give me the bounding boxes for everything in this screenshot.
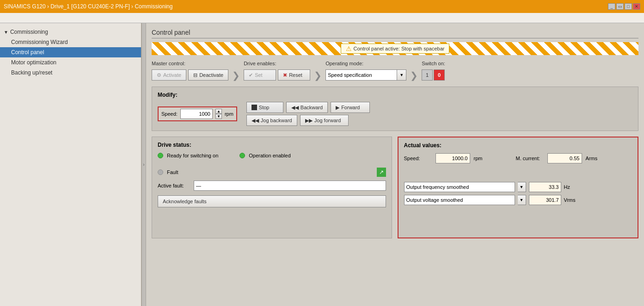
- master-control-section: Master control: ⚙ Activate ⊟ Deactivate: [152, 61, 228, 81]
- operating-mode-input[interactable]: [325, 69, 397, 81]
- speed-down-btn[interactable]: ▼: [215, 114, 222, 119]
- activate-button[interactable]: ⚙ Activate: [152, 69, 186, 81]
- title-path-text: SINAMICS G120 › Drive_1 [G120 CU240E-2 P…: [4, 3, 172, 10]
- actual-values-box: Actual values: Speed: 1000.0 rpm M. curr…: [398, 137, 639, 238]
- operation-status-text: Operation enabled: [249, 153, 291, 158]
- reset-icon: ✖: [283, 72, 287, 78]
- sidebar-item-motor-opt[interactable]: Motor optimization: [0, 57, 141, 68]
- main-layout: ▼ Commissioning Commissioning Wizard Con…: [0, 23, 644, 306]
- menu-bar: [0, 13, 644, 23]
- title-bar: SINAMICS G120 › Drive_1 [G120 CU240E-2 P…: [0, 0, 644, 13]
- actual-values-title: Actual values:: [404, 142, 632, 149]
- warning-icon: ⚠: [346, 45, 352, 52]
- forward-icon: ▶: [336, 105, 339, 111]
- panel-title: Control panel: [152, 29, 638, 38]
- operating-mode-label: Operating mode:: [325, 61, 406, 66]
- speed-unit: rpm: [225, 111, 233, 117]
- stop-button[interactable]: Stop: [246, 102, 283, 113]
- close-button[interactable]: ✕: [633, 3, 640, 10]
- control-row: Master control: ⚙ Activate ⊟ Deactivate …: [152, 61, 638, 81]
- minimize-button[interactable]: _: [608, 3, 615, 10]
- jog-forward-button[interactable]: ▶▶ Jog forward: [300, 115, 349, 126]
- active-fault-input: [194, 181, 386, 191]
- set-button[interactable]: ✔ Set: [244, 69, 276, 81]
- switch-on-1-button[interactable]: 1: [422, 69, 433, 81]
- fault-label: Fault: [167, 169, 178, 175]
- arrow-sep-3: ❯: [406, 61, 422, 81]
- speed-input[interactable]: [180, 109, 213, 119]
- content-area: Control panel ⚠ Control panel active: St…: [146, 23, 644, 306]
- sidebar-collapse-handle[interactable]: ›: [141, 23, 146, 306]
- speed-label: Speed:: [161, 111, 178, 117]
- dropdown-2-value: 301.7: [529, 195, 561, 205]
- sidebar-item-backup[interactable]: Backing up/reset: [0, 68, 141, 78]
- group-arrow-icon: ▼: [4, 30, 8, 35]
- motion-row-2: ◀◀ Jog backward ▶▶ Jog forward: [246, 115, 370, 126]
- dropdown-row-1: Output frequency smoothed ▼ 33.3 Hz: [404, 182, 632, 192]
- acknowledge-faults-button[interactable]: Acknowledge faults: [158, 195, 386, 207]
- dropdown-1-arrow[interactable]: ▼: [518, 182, 526, 192]
- dropdown-2-select[interactable]: Output voltage smoothed: [404, 195, 515, 205]
- title-path: SINAMICS G120 › Drive_1 [G120 CU240E-2 P…: [4, 3, 172, 10]
- operating-mode-select[interactable]: ▼: [325, 69, 406, 81]
- warning-stripe: ⚠ Control panel active: Stop with spaceb…: [152, 42, 638, 55]
- operating-mode-dropdown-btn[interactable]: ▼: [397, 69, 406, 81]
- switch-on-section: Switch on: 1 0: [422, 61, 445, 81]
- actual-speed-row: Speed: 1000.0 rpm M. current: 0.55 Arms: [404, 153, 632, 163]
- sidebar-group-commissioning[interactable]: ▼ Commissioning: [0, 27, 141, 37]
- sidebar-item-wizard[interactable]: Commissioning Wizard: [0, 37, 141, 47]
- actual-speed-unit: rpm: [474, 156, 490, 161]
- activate-icon: ⚙: [157, 72, 161, 78]
- set-icon: ✔: [249, 72, 253, 78]
- modify-row: Speed: ▲ ▼ rpm Stop: [158, 102, 632, 126]
- backward-icon: ◀◀: [291, 105, 299, 111]
- dropdown-1-select[interactable]: Output frequency smoothed: [404, 182, 515, 192]
- actual-speed-value: 1000.0: [435, 153, 470, 163]
- dropdown-2-unit: Vrms: [564, 197, 578, 203]
- speed-spinner[interactable]: ▲ ▼: [215, 109, 222, 119]
- backward-button[interactable]: ◀◀ Backward: [286, 102, 328, 113]
- modify-title: Modify:: [158, 92, 632, 98]
- fault-link-icon[interactable]: ↗: [377, 168, 386, 177]
- dropdown-row-2: Output voltage smoothed ▼ 301.7 Vrms: [404, 195, 632, 205]
- active-fault-label: Active fault:: [158, 183, 190, 188]
- drive-enables-section: Drive enables: ✔ Set ✖ Reset: [244, 61, 310, 81]
- window-controls[interactable]: _ ▭ □ ✕: [608, 3, 640, 10]
- ready-status-dot: [158, 153, 163, 158]
- deactivate-button[interactable]: ⊟ Deactivate: [188, 69, 228, 81]
- switch-on-label: Switch on:: [422, 61, 445, 66]
- operating-mode-section: Operating mode: ▼: [325, 61, 406, 81]
- speed-control: Speed: ▲ ▼ rpm: [158, 106, 237, 121]
- dropdown-2-arrow[interactable]: ▼: [518, 195, 526, 205]
- stop-icon: [251, 105, 257, 110]
- dropdown-1-unit: Hz: [564, 184, 578, 190]
- fault-status-dot: [158, 169, 163, 175]
- actual-current-unit: Arms: [586, 156, 602, 161]
- active-fault-row: Active fault:: [158, 181, 386, 191]
- arrow-sep-1: ❯: [228, 61, 244, 81]
- actual-current-value: 0.55: [547, 153, 582, 163]
- dropdown-1-value: 33.3: [529, 182, 561, 192]
- jog-backward-button[interactable]: ◀◀ Jog backward: [246, 115, 297, 126]
- arrow-sep-2: ❯: [310, 61, 325, 81]
- restore-button[interactable]: ▭: [616, 3, 624, 10]
- maximize-button[interactable]: □: [625, 3, 632, 10]
- master-control-label: Master control:: [152, 61, 228, 66]
- jog-forward-icon: ▶▶: [305, 118, 313, 124]
- sidebar-group-label: Commissioning: [10, 29, 48, 35]
- reset-button[interactable]: ✖ Reset: [278, 69, 310, 81]
- speed-up-btn[interactable]: ▲: [215, 109, 222, 114]
- sidebar-item-control-panel[interactable]: Control panel: [0, 47, 141, 57]
- fault-area: Fault ↗ Active fault: Acknowledge faults: [158, 168, 386, 207]
- warning-message: ⚠ Control panel active: Stop with spaceb…: [341, 44, 450, 54]
- switch-on-buttons: 1 0: [422, 69, 445, 81]
- deactivate-icon: ⊟: [193, 72, 197, 78]
- operation-status-dot: [239, 153, 245, 158]
- forward-button[interactable]: ▶ Forward: [331, 102, 370, 113]
- motion-row-1: Stop ◀◀ Backward ▶ Forward: [246, 102, 370, 113]
- drive-enables-label: Drive enables:: [244, 61, 310, 66]
- drive-status-box: Drive status: Ready for switching on Ope…: [152, 137, 392, 238]
- warning-text: Control panel active: Stop with spacebar: [354, 46, 445, 51]
- ready-status-text: Ready for switching on: [167, 153, 218, 158]
- switch-on-0-button[interactable]: 0: [434, 69, 445, 81]
